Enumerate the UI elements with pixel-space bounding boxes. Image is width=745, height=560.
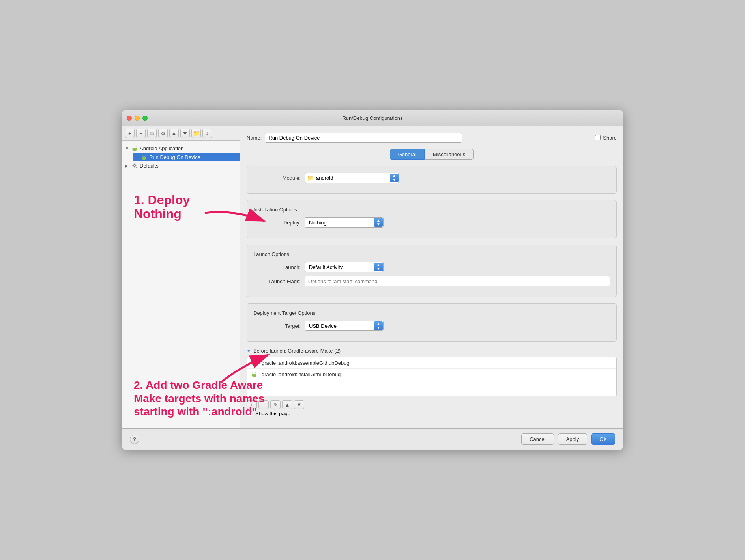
- folder-button[interactable]: 📁: [191, 129, 201, 138]
- ok-button[interactable]: OK: [591, 433, 615, 445]
- run-debug-label: Run Debug On Device: [149, 154, 200, 160]
- svg-line-4: [133, 146, 133, 147]
- deploy-select-wrapper: Nothing Default APK Custom Artifact ▲▼: [305, 217, 384, 228]
- launch-item-2[interactable]: gradle :android:installGithubDebug: [247, 369, 616, 380]
- module-select[interactable]: android: [305, 173, 399, 183]
- help-button[interactable]: ?: [130, 435, 139, 444]
- launch-flags-label: Launch Flags:: [253, 278, 305, 284]
- svg-rect-20: [252, 374, 256, 376]
- launch-select-wrapper: Default Activity Specified Activity Noth…: [305, 262, 384, 272]
- tree-child-group: Run Debug On Device: [122, 153, 240, 161]
- deploy-label: Deploy:: [253, 220, 305, 226]
- svg-point-9: [144, 157, 145, 157]
- traffic-lights[interactable]: [127, 116, 148, 121]
- before-launch-list: gradle :android:assembleGithubDebug grad…: [247, 357, 617, 396]
- module-row: Module: 📁 android ▲▼: [253, 173, 610, 183]
- cancel-button[interactable]: Cancel: [521, 433, 554, 445]
- sidebar: + − ⧉ ⚙ ▲ ▼ 📁: [122, 126, 240, 428]
- launch-item-2-text: gradle :android:installGithubDebug: [262, 371, 341, 377]
- svg-point-3: [135, 148, 136, 149]
- target-select-wrapper: USB Device Emulator Show Chooser Dialog …: [305, 321, 384, 331]
- installation-options-section: Installation Options Deploy: Nothing Def…: [247, 200, 617, 238]
- show-page-checkbox[interactable]: [247, 411, 252, 416]
- svg-point-22: [255, 374, 255, 375]
- name-input[interactable]: [265, 133, 462, 143]
- tab-general[interactable]: General: [390, 149, 425, 160]
- launch-options-section: Launch Options Launch: Default Activity …: [247, 245, 617, 297]
- close-button[interactable]: [127, 116, 132, 121]
- launch-item-2-android-icon: [251, 371, 257, 377]
- svg-rect-1: [133, 148, 137, 150]
- svg-point-15: [253, 362, 254, 363]
- launch-item-1-android-icon: [251, 360, 257, 366]
- svg-line-10: [142, 155, 143, 156]
- svg-point-2: [133, 148, 134, 149]
- sidebar-item-defaults[interactable]: ▶ Defaults: [122, 161, 240, 170]
- launch-add-button[interactable]: +: [247, 400, 257, 409]
- android-application-label: Android Application: [140, 146, 183, 151]
- svg-point-21: [253, 374, 254, 375]
- deploy-row: Deploy: Nothing Default APK Custom Artif…: [253, 217, 610, 228]
- launch-move-down-button[interactable]: ▼: [294, 400, 304, 409]
- sidebar-toolbar: + − ⧉ ⚙ ▲ ▼ 📁: [122, 126, 240, 141]
- target-label: Target:: [253, 323, 305, 329]
- share-row: Share: [595, 135, 617, 141]
- deployment-target-title: Deployment Target Options: [253, 310, 610, 316]
- launch-item-1[interactable]: gradle :android:assembleGithubDebug: [247, 357, 616, 369]
- sidebar-item-run-debug[interactable]: Run Debug On Device: [133, 153, 240, 161]
- deployment-target-section: Deployment Target Options Target: USB De…: [247, 303, 617, 342]
- svg-line-24: [255, 372, 256, 373]
- sort-button[interactable]: ↕: [202, 129, 212, 138]
- name-row: Name:: [247, 133, 462, 143]
- move-down-button[interactable]: ▼: [180, 129, 190, 138]
- launch-flags-input[interactable]: [305, 276, 610, 286]
- share-checkbox[interactable]: [595, 135, 601, 140]
- top-row: Name: Share: [247, 133, 617, 143]
- copy-config-button[interactable]: ⧉: [147, 129, 157, 138]
- svg-rect-14: [252, 362, 256, 364]
- name-label: Name:: [247, 135, 262, 141]
- svg-point-16: [255, 362, 255, 363]
- launch-toolbar: + − ✎ ▲ ▼: [247, 399, 617, 411]
- apply-button[interactable]: Apply: [558, 433, 588, 445]
- add-config-button[interactable]: +: [125, 129, 135, 138]
- svg-point-8: [143, 157, 144, 157]
- target-select[interactable]: USB Device Emulator Show Chooser Dialog: [305, 321, 384, 331]
- minimize-button[interactable]: [135, 116, 140, 121]
- right-panel: Name: Share General Miscellaneous Module…: [240, 126, 623, 428]
- launch-select[interactable]: Default Activity Specified Activity Noth…: [305, 262, 384, 272]
- move-up-button[interactable]: ▲: [169, 129, 179, 138]
- show-page-row: Show this page: [247, 411, 617, 416]
- svg-line-23: [253, 372, 253, 373]
- gear-icon: [131, 162, 138, 169]
- bottom-bar: ? Cancel Apply OK: [122, 428, 623, 450]
- run-debug-android-icon: [141, 154, 147, 160]
- remove-config-button[interactable]: −: [136, 129, 146, 138]
- sidebar-tree: ▼ Android Application: [122, 141, 240, 428]
- before-launch-toggle[interactable]: ▼: [247, 349, 251, 353]
- launch-remove-button[interactable]: −: [258, 400, 269, 409]
- launch-edit-button[interactable]: ✎: [270, 400, 281, 409]
- before-launch-section: ▼ Before launch: Gradle-aware Make (2): [247, 348, 617, 416]
- svg-point-12: [133, 164, 135, 166]
- launch-options-title: Launch Options: [253, 251, 610, 257]
- deploy-select[interactable]: Nothing Default APK Custom Artifact: [305, 217, 384, 228]
- launch-flags-row: Launch Flags:: [253, 276, 610, 286]
- target-row: Target: USB Device Emulator Show Chooser…: [253, 321, 610, 331]
- svg-rect-7: [142, 157, 146, 159]
- module-select-wrapper: 📁 android ▲▼: [305, 173, 399, 183]
- launch-label: Launch:: [253, 264, 305, 270]
- sidebar-item-android-application[interactable]: ▼ Android Application: [122, 144, 240, 153]
- android-icon: [131, 145, 138, 151]
- tab-miscellaneous[interactable]: Miscellaneous: [425, 149, 474, 160]
- before-launch-header: ▼ Before launch: Gradle-aware Make (2): [247, 348, 617, 354]
- show-page-label: Show this page: [255, 411, 290, 416]
- launch-move-up-button[interactable]: ▲: [282, 400, 292, 409]
- settings-config-button[interactable]: ⚙: [158, 129, 168, 138]
- before-launch-title: Before launch: Gradle-aware Make (2): [253, 348, 341, 354]
- maximize-button[interactable]: [142, 116, 148, 121]
- launch-row: Launch: Default Activity Specified Activ…: [253, 262, 610, 272]
- tree-toggle-icon: ▼: [125, 146, 131, 151]
- defaults-label: Defaults: [140, 163, 159, 169]
- svg-line-11: [145, 155, 146, 156]
